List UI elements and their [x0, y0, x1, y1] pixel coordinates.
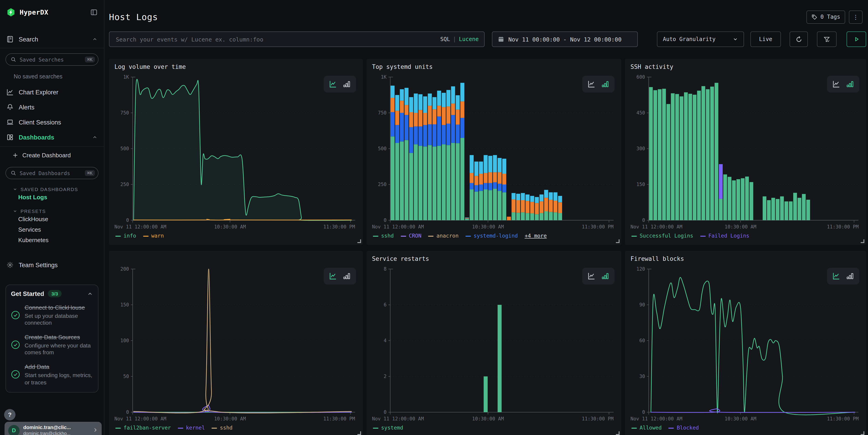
- line-view-toggle[interactable]: [329, 272, 337, 280]
- svg-text:11:30:00 PM: 11:30:00 PM: [582, 416, 614, 422]
- bar-view-toggle[interactable]: [846, 272, 854, 280]
- saved-dashboards-input[interactable]: ⌘K: [5, 167, 98, 179]
- legend-item-systemd: systemd: [373, 425, 403, 431]
- svg-text:2: 2: [383, 374, 386, 379]
- sidebar-item-alerts[interactable]: Alerts: [5, 101, 99, 113]
- bar-view-toggle[interactable]: [343, 80, 350, 88]
- line-view-toggle[interactable]: [588, 80, 595, 88]
- chart-canvas: 1209060300Nov 11 12:00:00 AM10:30:00 AM1…: [630, 265, 861, 423]
- chart-canvas: 200150100500Nov 11 12:00:00 AM10:30:00 A…: [115, 265, 358, 423]
- legend-item-Failed Logins: Failed Logins: [700, 232, 749, 239]
- get-started-step-sources[interactable]: Create Data Sources Configure where your…: [11, 333, 93, 356]
- line-view-toggle[interactable]: [832, 80, 840, 88]
- chart-title: Log volume over time: [115, 63, 358, 72]
- panel-menu-button[interactable]: ⋮: [849, 10, 863, 24]
- get-started-step-connect[interactable]: Connect to ClickHouse Set up your databa…: [11, 303, 93, 327]
- bar-view-toggle[interactable]: [601, 272, 609, 280]
- saved-searches-input[interactable]: ⌘K: [5, 53, 98, 66]
- sidebar-item-kubernetes[interactable]: Kubernetes: [5, 235, 99, 245]
- svg-text:11:30:00 PM: 11:30:00 PM: [827, 224, 859, 229]
- svg-text:Nov 11 12:00:00 AM: Nov 11 12:00:00 AM: [115, 224, 166, 229]
- laptop-icon: [6, 119, 14, 126]
- run-query-button[interactable]: [846, 31, 866, 47]
- presets-section-toggle[interactable]: PRESETS: [13, 208, 99, 214]
- line-chart-icon: [6, 89, 14, 96]
- sidebar-item-client-sessions[interactable]: Client Sessions: [5, 116, 99, 128]
- sidebar-item-dashboards[interactable]: Dashboards: [5, 131, 99, 143]
- sidebar-item-label: Team Settings: [19, 261, 58, 268]
- panel-resize-handle[interactable]: [616, 239, 620, 243]
- hyperdx-logo-icon: [6, 8, 16, 17]
- play-icon: [853, 36, 860, 42]
- lucene-mode-toggle[interactable]: Lucene: [459, 36, 479, 42]
- sidebar-item-services[interactable]: Services: [5, 224, 99, 235]
- sidebar-item-host-logs[interactable]: Host Logs: [5, 192, 99, 203]
- svg-text:30: 30: [640, 374, 645, 379]
- svg-text:250: 250: [378, 182, 386, 187]
- refresh-button[interactable]: [789, 31, 808, 47]
- chart-canvas: 6004503001500Nov 11 12:00:00 AM10:30:00 …: [630, 72, 861, 231]
- sidebar-item-search[interactable]: Search: [5, 33, 99, 45]
- chart-title: Service restarts: [372, 255, 616, 265]
- user-menu[interactable]: D dominic.tran@clic... dominic.tran@clic…: [5, 422, 102, 435]
- bar-view-toggle[interactable]: [846, 80, 854, 88]
- chart-title: Top systemd units: [372, 63, 616, 72]
- svg-text:Nov 11 12:00:00 AM: Nov 11 12:00:00 AM: [372, 416, 424, 422]
- section-header: SAVED DASHBOARDS: [21, 186, 78, 192]
- legend-item-sshd: sshd: [373, 232, 394, 239]
- svg-text:90: 90: [640, 302, 645, 308]
- get-started-step-add-data[interactable]: Add Data Start sending logs, metrics, or…: [11, 363, 93, 386]
- filter-edit-button[interactable]: [817, 31, 837, 47]
- saved-searches-field[interactable]: [20, 56, 82, 63]
- bar-view-toggle[interactable]: [343, 272, 350, 280]
- svg-text:1K: 1K: [381, 74, 387, 80]
- panel-resize-handle[interactable]: [861, 431, 864, 435]
- sidebar-item-clickhouse[interactable]: ClickHouse: [5, 214, 99, 224]
- line-view-toggle[interactable]: [329, 80, 337, 88]
- chart-panel-firewall-blocks: Firewall blocks1209060300Nov 11 12:00:00…: [625, 251, 866, 435]
- event-search-box[interactable]: SQL|Lucene: [109, 31, 485, 47]
- event-search-input[interactable]: [115, 35, 436, 43]
- svg-text:11:30:00 PM: 11:30:00 PM: [323, 224, 355, 229]
- sql-mode-toggle[interactable]: SQL: [440, 36, 450, 42]
- get-started-card: Get Started 3/3 Connect to ClickHouse Se…: [5, 284, 98, 393]
- tag-icon: [811, 14, 817, 20]
- svg-text:150: 150: [637, 182, 645, 187]
- create-dashboard-button[interactable]: Create Dashboard: [5, 150, 99, 161]
- legend-item-warn: warn: [143, 232, 164, 239]
- date-range-value: Nov 11 00:00:00 - Nov 12 00:00:00: [508, 36, 622, 43]
- panel-resize-handle[interactable]: [358, 239, 361, 243]
- chevron-up-icon: [92, 134, 98, 140]
- line-view-toggle[interactable]: [832, 272, 840, 280]
- help-button[interactable]: ?: [4, 409, 16, 421]
- gear-icon: [6, 261, 14, 269]
- chart-legend: systemd: [372, 425, 616, 431]
- svg-text:0: 0: [126, 218, 129, 223]
- sidebar-collapse-button[interactable]: [90, 9, 98, 16]
- live-button[interactable]: Live: [750, 31, 781, 47]
- sidebar-item-label: Client Sessions: [19, 119, 61, 126]
- chart-panel-top-systemd-units: Top systemd units1K7505002500Nov 11 12:0…: [367, 59, 621, 245]
- date-range-picker[interactable]: Nov 11 00:00:00 - Nov 12 00:00:00: [492, 31, 638, 47]
- chart-view-toggle: [324, 76, 356, 93]
- line-view-toggle[interactable]: [588, 272, 595, 280]
- dashboards-icon: [6, 134, 14, 141]
- panel-resize-handle[interactable]: [358, 431, 361, 435]
- sidebar-item-team-settings[interactable]: Team Settings: [5, 259, 99, 271]
- dots-vertical-icon: ⋮: [853, 14, 859, 20]
- bar-view-toggle[interactable]: [601, 80, 609, 88]
- panel-resize-handle[interactable]: [861, 239, 864, 243]
- saved-dashboards-section-toggle[interactable]: SAVED DASHBOARDS: [13, 186, 99, 192]
- svg-text:50: 50: [123, 374, 129, 379]
- svg-text:0: 0: [383, 218, 386, 223]
- svg-text:0: 0: [383, 409, 386, 415]
- sidebar-item-chart-explorer[interactable]: Chart Explorer: [5, 86, 99, 98]
- tags-button[interactable]: 0 Tags: [806, 10, 845, 24]
- granularity-select[interactable]: Auto Granularity: [657, 31, 744, 47]
- chevron-up-icon[interactable]: [87, 291, 93, 297]
- legend-more-link[interactable]: +4 more: [525, 232, 547, 239]
- logo-row: HyperDX: [5, 7, 99, 18]
- saved-dashboards-field[interactable]: [20, 170, 82, 176]
- panel-resize-handle[interactable]: [616, 431, 620, 435]
- step-title: Connect to ClickHouse: [25, 304, 85, 311]
